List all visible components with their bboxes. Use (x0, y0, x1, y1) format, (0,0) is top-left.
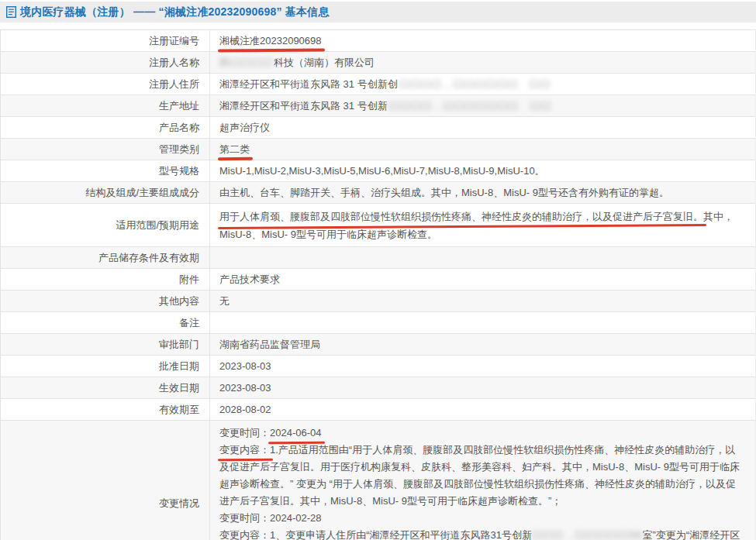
management-category-value: 第二类 (219, 142, 250, 157)
approval-department-value: 湖南省药品监督管理局 (210, 334, 755, 355)
row-remarks: 备注 (1, 312, 755, 334)
field-label: 变更情况 (1, 421, 210, 540)
field-label: 适用范围/预期用途 (1, 204, 210, 246)
registration-number-value: 湘械注准20232090698 (219, 33, 322, 49)
change-time-2: 变更时间：2024-02-28 (219, 510, 744, 527)
intended-use-underlined: 用于人体肩颈、腰腹部及四肢部位慢性软组织损伤性疼痛、神经性皮炎的辅助治疗，以及促… (219, 208, 703, 225)
valid-until-value: 2028-08-02 (210, 399, 755, 420)
attachment-value: 产品技术要求 (210, 269, 755, 290)
row-effective-date: 生效日期 2023-08-03 (1, 377, 755, 399)
row-intended-use: 适用范围/预期用途 用于人体肩颈、腰腹部及四肢部位慢性软组织损伤性疼痛、神经性皮… (1, 204, 755, 247)
product-name-value: 超声治疗仪 (210, 117, 755, 138)
device-info-table: 注册证编号 湘械注准20232090698 注册人名称 西口口口口科技（湖南）有… (0, 29, 756, 540)
field-label: 备注 (1, 312, 210, 333)
change-history-value: 变更时间：2024-06-04 变更内容：1.产品适用范围由“用于人体肩颈、腰腹… (210, 421, 755, 540)
registrant-name-value: 科技（湖南）有限公司 (274, 55, 375, 71)
model-spec-value: MisU-1,MisU-2,MisU-3,MisU-5,MisU-6,MisU-… (210, 160, 755, 181)
field-label: 产品储存条件及有效期 (1, 247, 210, 268)
row-product-name: 产品名称 超声治疗仪 (1, 117, 755, 139)
storage-conditions-value (210, 247, 755, 268)
field-label: 附件 (1, 269, 210, 290)
change-content-2: 变更内容：1、变更申请人住所由“湘潭经开区和平街道东风路31号创新口口口，口口口… (219, 527, 744, 540)
field-label: 注册证编号 (1, 30, 210, 51)
field-label: 结构及组成/主要组成成分 (1, 182, 210, 203)
row-management-category: 管理类别 第二类 (1, 139, 755, 160)
row-registration-number: 注册证编号 湘械注准20232090698 (1, 30, 755, 52)
field-label: 有效期至 (1, 399, 210, 420)
registrant-address-value: 湘潭经开区和平街道东风路 31 号创新创 (219, 77, 398, 92)
field-label: 生产地址 (1, 95, 210, 116)
row-valid-until: 有效期至 2028-08-02 (1, 399, 755, 421)
redacted-text: 口口口口，口口口口口口口 口口 (389, 98, 552, 114)
change-content-label: 变更内容： (219, 442, 270, 459)
row-attachment: 附件 产品技术要求 (1, 269, 755, 291)
row-approval-department: 审批部门 湖南省药品监督管理局 (1, 334, 755, 356)
page-title: 境内医疗器械（注册） —— “湘械注准20232090698” 基本信息 (20, 5, 330, 19)
row-other-content: 其他内容 无 (1, 291, 755, 312)
field-label: 产品名称 (1, 117, 210, 138)
field-label: 生效日期 (1, 377, 210, 398)
page-header: 境内医疗器械（注册） —— “湘械注准20232090698” 基本信息 (0, 2, 756, 22)
field-label: 管理类别 (1, 139, 210, 160)
field-label: 注册人住所 (1, 74, 210, 95)
field-label: 批准日期 (1, 356, 210, 377)
other-content-value: 无 (210, 291, 755, 311)
production-address-value: 湘潭经开区和平街道东风路 31 号创新 (219, 98, 388, 114)
row-approval-date: 批准日期 2023-08-03 (1, 356, 755, 377)
change-date-1: 2024-06-04 (270, 425, 322, 442)
change-content-1: 变更内容：1.产品适用范围由“用于人体肩颈、腰腹部及四肢部位慢性软组织损伤性疼痛… (219, 442, 744, 510)
remarks-value (210, 312, 755, 333)
row-production-address: 生产地址 湘潭经开区和平街道东风路 31 号创新口口口口，口口口口口口口 口口 (1, 95, 755, 117)
row-structure-composition: 结构及组成/主要组成成分 由主机、台车、脚踏开关、手柄、治疗头组成。其中，Mis… (1, 182, 755, 204)
redacted-text: 口口口口，口口口口口口 口口 (399, 77, 551, 92)
document-icon (6, 6, 16, 18)
row-change-history: 变更情况 变更时间：2024-06-04 变更内容：1.产品适用范围由“用于人体… (1, 421, 755, 540)
row-model-spec: 型号规格 MisU-1,MisU-2,MisU-3,MisU-5,MisU-6,… (1, 160, 755, 182)
row-registrant-address: 注册人住所 湘潭经开区和平街道东风路 31 号创新创口口口口，口口口口口口 口口 (1, 74, 755, 95)
effective-date-value: 2023-08-03 (210, 377, 755, 398)
approval-date-value: 2023-08-03 (210, 356, 755, 377)
row-registrant-name: 注册人名称 西口口口口科技（湖南）有限公司 (1, 52, 755, 74)
field-label: 注册人名称 (1, 52, 210, 73)
field-label: 型号规格 (1, 160, 210, 181)
structure-composition-value: 由主机、台车、脚踏开关、手柄、治疗头组成。其中，MisU-8、MisU- 9型号… (210, 182, 755, 203)
field-label: 其他内容 (1, 291, 210, 311)
redacted-text: 西口口口口 (219, 55, 274, 71)
redacted-text: 口口口，口口口口口55 (532, 529, 642, 540)
row-storage-conditions: 产品储存条件及有效期 (1, 247, 755, 269)
field-label: 审批部门 (1, 334, 210, 355)
change-time-1: 变更时间：2024-06-04 (219, 425, 744, 442)
